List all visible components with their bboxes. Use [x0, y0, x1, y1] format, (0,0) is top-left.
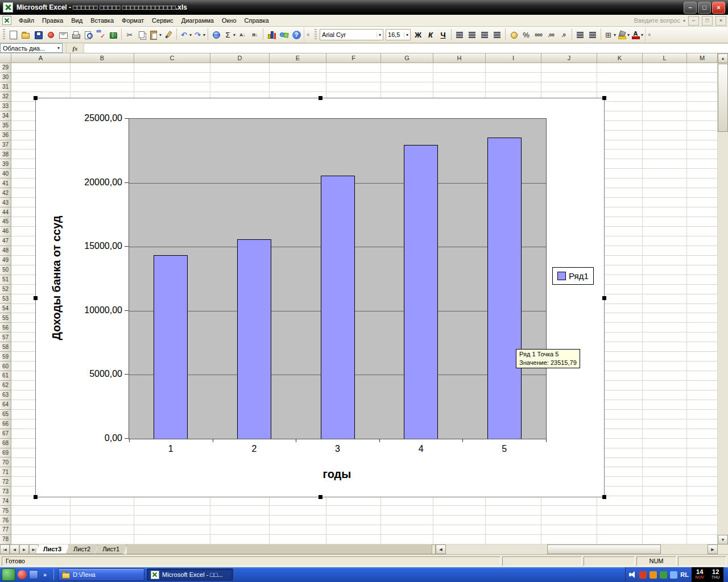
selection-handle[interactable] — [34, 296, 38, 300]
volume-icon[interactable] — [628, 571, 636, 579]
row-header-40[interactable]: 40 — [0, 169, 11, 178]
chart-object[interactable]: Доходы банка от ссуд 25000,0020000,00150… — [35, 98, 605, 497]
row-header-67[interactable]: 67 — [0, 429, 11, 439]
column-header-G[interactable]: G — [381, 53, 433, 63]
permission-icon[interactable] — [45, 28, 56, 41]
chart-legend[interactable]: Ряд1 — [552, 267, 594, 285]
align-left-icon[interactable] — [454, 28, 465, 41]
row-header-38[interactable]: 38 — [0, 149, 11, 159]
y-axis-title[interactable]: Доходы банка от ссуд — [50, 215, 63, 340]
menu-item-1[interactable]: Файл — [15, 15, 38, 26]
tab-nav-button-2[interactable]: ◀ — [10, 544, 19, 554]
row-header-33[interactable]: 33 — [0, 102, 11, 111]
selection-handle[interactable] — [602, 96, 606, 100]
row-header-65[interactable]: 65 — [0, 410, 11, 419]
row-header-31[interactable]: 31 — [0, 82, 11, 92]
chart-bar-1[interactable] — [154, 255, 188, 439]
help-icon[interactable]: ? — [291, 28, 302, 41]
workbook-minimize-button[interactable]: – — [688, 16, 699, 26]
tab-nav-button-3[interactable]: ▶ — [19, 544, 29, 554]
row-header-51[interactable]: 51 — [0, 275, 11, 285]
font-name-select[interactable]: Arial Cyr ▾ — [320, 29, 383, 40]
row-header-72[interactable]: 72 — [0, 477, 11, 487]
row-header-43[interactable]: 43 — [0, 198, 11, 207]
tab-split-handle[interactable] — [432, 544, 436, 554]
bold-button[interactable]: Ж — [412, 28, 424, 41]
column-header-J[interactable]: J — [541, 53, 597, 63]
menu-item-3[interactable]: Вид — [67, 15, 86, 26]
scroll-left-icon[interactable]: ◀ — [436, 544, 446, 554]
row-header-78[interactable]: 78 — [0, 535, 11, 544]
formula-input[interactable] — [84, 43, 728, 53]
column-header-E[interactable]: E — [270, 53, 326, 63]
workbook-close-button[interactable]: × — [715, 16, 726, 26]
quick-launch-icon[interactable] — [29, 570, 38, 579]
increase-decimal-icon[interactable]: ,00 — [545, 28, 557, 41]
open-folder-icon[interactable] — [20, 28, 31, 41]
selection-handle[interactable] — [318, 96, 322, 100]
horizontal-scrollbar[interactable]: ◀ ▶ — [436, 544, 718, 554]
sort-ascending-icon[interactable]: А↓ — [237, 28, 248, 41]
menu-item-4[interactable]: Вставка — [86, 15, 118, 26]
chart-wizard-icon[interactable] — [266, 28, 277, 41]
save-icon[interactable] — [32, 28, 44, 41]
research-icon[interactable] — [107, 28, 119, 41]
spelling-icon[interactable]: ✓ — [95, 28, 106, 41]
paste-icon[interactable]: ▾ — [149, 28, 162, 41]
maximize-button[interactable]: □ — [698, 2, 711, 14]
underline-button[interactable]: Ч — [437, 28, 449, 41]
borders-icon[interactable]: ⊞▾ — [603, 28, 616, 41]
menu-item-6[interactable]: Сервис — [148, 15, 177, 26]
decrease-decimal-icon[interactable]: ,0 — [558, 28, 569, 41]
increase-indent-icon[interactable] — [587, 28, 598, 41]
hyperlink-icon[interactable] — [210, 28, 222, 41]
fill-color-icon[interactable]: ▾ — [617, 28, 630, 41]
horizontal-scroll-thumb[interactable] — [547, 544, 661, 554]
italic-button[interactable]: К — [424, 28, 437, 41]
align-center-icon[interactable] — [466, 28, 478, 41]
network-icon[interactable] — [670, 571, 677, 579]
row-header-36[interactable]: 36 — [0, 131, 11, 140]
select-all-corner[interactable] — [0, 53, 11, 63]
row-header-71[interactable]: 71 — [0, 467, 11, 477]
toolbar-grip[interactable] — [315, 29, 317, 40]
row-header-63[interactable]: 63 — [0, 390, 11, 400]
show-more-icons[interactable]: » — [40, 570, 49, 579]
undo-icon[interactable]: ↶▾ — [179, 28, 192, 41]
x-axis-title[interactable]: годы — [129, 468, 545, 481]
scroll-down-icon[interactable]: ▼ — [718, 535, 728, 544]
row-header-48[interactable]: 48 — [0, 246, 11, 256]
minimize-button[interactable]: – — [684, 2, 697, 14]
taskbar-button-2[interactable]: Microsoft Excel - □□... — [147, 568, 233, 581]
selection-handle[interactable] — [34, 96, 38, 100]
row-header-53[interactable]: 53 — [0, 294, 11, 304]
row-header-49[interactable]: 49 — [0, 256, 11, 265]
align-right-icon[interactable] — [479, 28, 490, 41]
column-header-I[interactable]: I — [486, 53, 541, 63]
row-header-54[interactable]: 54 — [0, 304, 11, 313]
format-painter-icon[interactable] — [163, 28, 174, 41]
record-icon[interactable] — [18, 570, 27, 579]
chart-bar-3[interactable] — [321, 176, 355, 439]
row-header-57[interactable]: 57 — [0, 332, 11, 342]
workbook-restore-button[interactable]: □ — [702, 16, 713, 26]
chart-bar-4[interactable] — [404, 145, 438, 439]
toolbar-options-chevron[interactable]: » — [304, 27, 312, 42]
row-header-56[interactable]: 56 — [0, 323, 11, 332]
row-header-44[interactable]: 44 — [0, 207, 11, 217]
name-box[interactable]: Область диа... ▾ — [0, 43, 63, 53]
row-header-30[interactable]: 30 — [0, 73, 11, 82]
chart-plot-area[interactable] — [129, 118, 547, 439]
start-button[interactable] — [2, 568, 15, 581]
toolbar-options-chevron[interactable]: » — [645, 27, 653, 42]
taskbar-button-1[interactable]: D:\Лена — [58, 568, 144, 581]
row-header-59[interactable]: 59 — [0, 352, 11, 361]
selection-handle[interactable] — [602, 495, 606, 499]
row-header-29[interactable]: 29 — [0, 63, 11, 73]
column-header-A[interactable]: A — [11, 53, 71, 63]
print-icon[interactable] — [70, 28, 81, 41]
drawing-icon[interactable] — [278, 28, 289, 41]
menu-item-9[interactable]: Справка — [241, 15, 273, 26]
cut-icon[interactable]: ✂ — [124, 28, 135, 41]
scroll-right-icon[interactable]: ▶ — [708, 544, 718, 554]
